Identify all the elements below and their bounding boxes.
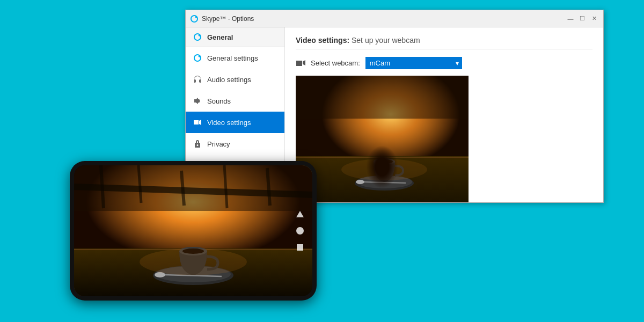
- sidebar-section-general: General: [186, 27, 284, 47]
- webcam-label: Select webcam:: [311, 59, 360, 67]
- sidebar-item-audio-settings[interactable]: Audio settings: [186, 69, 284, 90]
- phone-body: [70, 161, 317, 301]
- title-bar: Skype™ - Options — ☐ ✕: [186, 10, 603, 27]
- svg-point-29: [140, 248, 247, 275]
- phone-overlay: [32, 156, 352, 306]
- phone-control-up[interactable]: [296, 211, 304, 217]
- speaker-icon: [192, 96, 203, 106]
- window-controls: — ☐ ✕: [566, 14, 599, 24]
- webcam-camera-icon: [296, 60, 305, 67]
- sidebar-label-general-settings: General settings: [207, 54, 258, 62]
- section-title-sub: Set up your webcam: [352, 36, 420, 45]
- phone-control-shutter[interactable]: [296, 227, 304, 235]
- headphone-icon: [192, 74, 203, 85]
- webcam-row: Select webcam: mCam Integrated Webcam US…: [296, 57, 592, 69]
- sidebar-label-audio-settings: Audio settings: [207, 76, 251, 84]
- window-title: Skype™ - Options: [202, 15, 566, 23]
- phone-camera-controls: [296, 211, 304, 251]
- general-settings-icon: [192, 53, 203, 63]
- sidebar-item-privacy[interactable]: Privacy: [186, 133, 284, 155]
- close-button[interactable]: ✕: [589, 14, 599, 24]
- svg-point-7: [374, 158, 395, 165]
- webcam-select-wrapper: mCam Integrated Webcam USB Camera: [365, 57, 462, 69]
- svg-rect-2: [296, 76, 469, 119]
- lock-icon: [192, 138, 203, 149]
- phone-frame: [32, 156, 352, 306]
- skype-title-icon: [190, 14, 199, 23]
- sidebar-item-video-settings[interactable]: Video settings: [186, 112, 284, 133]
- sidebar-section-label: General: [207, 33, 233, 41]
- phone-camera-preview: [74, 165, 312, 296]
- sidebar-item-sounds[interactable]: Sounds: [186, 90, 284, 112]
- phone-control-stop[interactable]: [297, 244, 303, 251]
- sidebar-label-video-settings: Video settings: [207, 119, 251, 127]
- minimize-button[interactable]: —: [566, 14, 575, 24]
- video-icon: [192, 117, 203, 128]
- section-title-bold: Video settings:: [296, 36, 349, 45]
- svg-point-10: [356, 180, 364, 184]
- sidebar-label-sounds: Sounds: [207, 97, 231, 105]
- phone-screen: [74, 165, 312, 296]
- sidebar-item-general-settings[interactable]: General settings: [186, 47, 284, 69]
- section-title: Video settings: Set up your webcam: [296, 36, 592, 49]
- maximize-button[interactable]: ☐: [577, 14, 587, 24]
- svg-point-11: [341, 159, 427, 180]
- sidebar-label-privacy: Privacy: [207, 140, 230, 148]
- webcam-select[interactable]: mCam Integrated Webcam USB Camera: [365, 57, 462, 69]
- general-section-icon: [192, 32, 203, 42]
- svg-point-8: [376, 159, 393, 164]
